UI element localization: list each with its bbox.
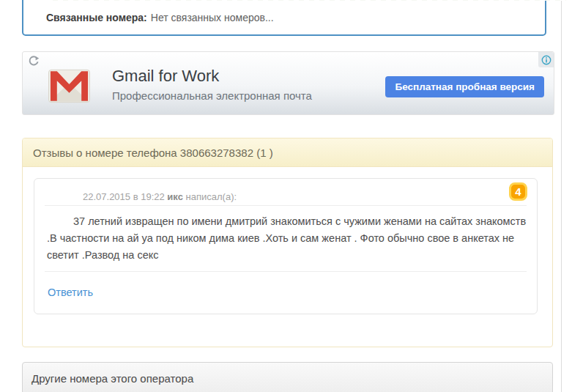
page: Связанные номера:Нет связанных номеров..… — [0, 0, 572, 392]
related-numbers-line: Связанные номера:Нет связанных номеров..… — [46, 12, 274, 23]
comment-meta: 22.07.2015 в 19:22 икс написал(а): — [83, 191, 237, 202]
other-numbers-header: Другие номера этого оператора — [23, 363, 552, 385]
reviews-section: Отзывы о номере телефона 380663278382 (1… — [22, 138, 553, 347]
comment-meta-suffix: написал(а): — [186, 191, 237, 202]
refresh-icon[interactable] — [28, 56, 40, 67]
other-numbers-section: Другие номера этого оператора — [22, 362, 553, 392]
striped-pattern — [48, 0, 566, 1]
gmail-logo-icon[interactable] — [48, 69, 90, 103]
comment-divider-top — [45, 205, 527, 206]
comment-text: 37 летний извращен по имени дмитрий знак… — [47, 213, 529, 264]
comment-author: икс — [167, 191, 183, 202]
comment-card: 22.07.2015 в 19:22 икс написал(а): 4 37 … — [34, 178, 538, 314]
comment-divider-bottom — [45, 271, 527, 272]
info-icon[interactable] — [538, 52, 554, 67]
comment-count-badge: 4 — [509, 182, 527, 201]
related-numbers-value: Нет связанных номеров... — [151, 12, 274, 23]
ad-subtitle[interactable]: Профессиональная электронная почта — [112, 89, 312, 102]
ad-banner[interactable]: Gmail for Work Профессиональная электрон… — [22, 51, 554, 115]
reply-link[interactable]: Ответить — [48, 286, 93, 298]
column-divider — [561, 0, 562, 392]
ad-cta-button[interactable]: Бесплатная пробная версия — [385, 76, 544, 97]
comment-date: 22.07.2015 в 19:22 — [83, 191, 165, 202]
reviews-header: Отзывы о номере телефона 380663278382 (1… — [23, 138, 552, 167]
ad-title[interactable]: Gmail for Work — [112, 67, 219, 86]
related-numbers-label: Связанные номера: — [46, 12, 147, 23]
